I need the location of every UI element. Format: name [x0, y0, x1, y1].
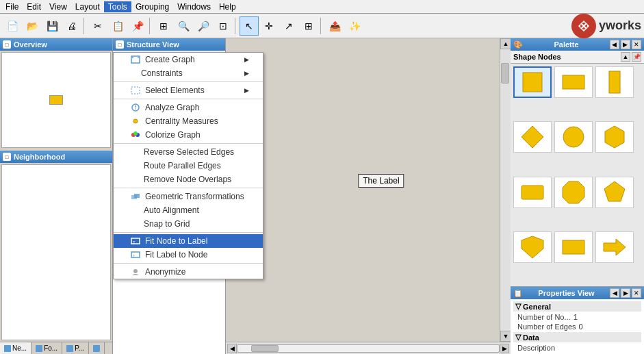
- shape-rect-wide[interactable]: [554, 66, 593, 98]
- print-button[interactable]: 🖨: [62, 16, 81, 36]
- menu-reverse-edges[interactable]: Reverse Selected Edges: [114, 145, 263, 159]
- zoom-out-button[interactable]: 🔎: [194, 16, 213, 36]
- divider2: [114, 99, 263, 99]
- overview-header: □ Overview: [0, 38, 112, 51]
- tab-fo-label: Fo...: [44, 344, 57, 352]
- shape-square[interactable]: [513, 66, 552, 98]
- analyze-graph-label: Analyze Graph: [145, 103, 199, 112]
- bottom-tabs: Ne... Fo... P...: [0, 342, 112, 354]
- num-edges-value: 0: [579, 323, 583, 331]
- scroll-left[interactable]: ◀: [227, 344, 237, 353]
- select-button[interactable]: ↖: [240, 16, 259, 36]
- menu-auto-alignment[interactable]: Auto Alignment: [114, 203, 263, 217]
- canvas-area[interactable]: The Label: [226, 38, 500, 329]
- menu-help[interactable]: Help: [215, 1, 240, 12]
- shape-collapse[interactable]: ▲: [621, 52, 630, 62]
- vscroll-up[interactable]: ▲: [500, 38, 511, 49]
- menu-select-elements[interactable]: Select Elements ▶: [114, 84, 263, 97]
- section-data[interactable]: ▽ Data: [513, 332, 641, 342]
- properties-panel: 📋 Properties View ◀ ▶ ✕ ▽ General Number…: [511, 286, 644, 354]
- new-button[interactable]: 📄: [3, 16, 22, 36]
- shape-diamond[interactable]: [513, 121, 552, 153]
- menu-file[interactable]: File: [1, 1, 23, 12]
- menu-edit[interactable]: Edit: [23, 1, 45, 12]
- shape-pentagon[interactable]: [595, 177, 634, 208]
- props-prev[interactable]: ◀: [610, 288, 619, 298]
- menu-view[interactable]: View: [45, 1, 71, 12]
- shape-pin[interactable]: 📌: [632, 52, 641, 62]
- svg-text:T: T: [133, 240, 136, 244]
- scroll-right[interactable]: ▶: [500, 344, 509, 353]
- anonymize-label: Anonymize: [145, 267, 185, 277]
- open-button[interactable]: 📂: [23, 16, 42, 36]
- logo: yworks: [571, 14, 641, 38]
- svg-point-37: [133, 269, 138, 273]
- menu-colorize[interactable]: Colorize Graph: [114, 128, 263, 142]
- shape-shield[interactable]: [513, 231, 552, 263]
- zoom-fit-button[interactable]: ⊞: [154, 16, 173, 36]
- section-general[interactable]: ▽ General: [513, 301, 641, 312]
- shape-octagon[interactable]: [554, 177, 593, 208]
- left-panel: □ Overview □ Neighborhood Ne... Fo... P.…: [0, 38, 113, 354]
- shape-banner[interactable]: [554, 231, 593, 263]
- menu-create-graph[interactable]: Create Graph ▶: [114, 53, 263, 66]
- right-panel: 🎨 Palette ◀ ▶ ✕ Shape Nodes ▲ 📌: [511, 38, 644, 354]
- menu-bar: File Edit View Layout Tools Grouping Win…: [0, 0, 644, 14]
- zoom-100-button[interactable]: ⊡: [214, 16, 233, 36]
- menu-remove-overlaps[interactable]: Remove Node Overlaps: [114, 173, 263, 186]
- paste-button[interactable]: 📌: [128, 16, 147, 36]
- menu-snap-grid[interactable]: Snap to Grid: [114, 217, 263, 231]
- vscroll-thumb[interactable]: [501, 63, 509, 84]
- tab-p[interactable]: P...: [62, 342, 89, 354]
- route-parallel-label: Route Parallel Edges: [130, 161, 221, 170]
- svg-marker-13: [605, 126, 624, 148]
- palette-close[interactable]: ✕: [632, 40, 641, 49]
- canvas-container: The Label ▲ ▼ ◀ ▶: [226, 38, 511, 354]
- canvas-node[interactable]: The Label: [358, 174, 404, 188]
- svg-marker-15: [563, 181, 584, 203]
- select-elements-label: Select Elements: [145, 86, 205, 95]
- edge-button[interactable]: ↗: [279, 16, 298, 36]
- tab-extra[interactable]: [89, 342, 105, 354]
- magic-button[interactable]: ✨: [345, 16, 364, 36]
- grid-button[interactable]: ⊞: [299, 16, 318, 36]
- description-label: Description: [517, 344, 555, 352]
- menu-windows[interactable]: Windows: [173, 1, 215, 12]
- shape-circle[interactable]: [554, 121, 593, 153]
- palette-prev[interactable]: ◀: [610, 40, 619, 49]
- colorize-icon: [130, 130, 141, 140]
- menu-layout[interactable]: Layout: [71, 1, 104, 12]
- props-next[interactable]: ▶: [621, 288, 630, 298]
- create-graph-icon: [130, 55, 141, 64]
- tools-dropdown[interactable]: Create Graph ▶ Constraints ▶ Select Elem…: [113, 52, 263, 279]
- cut-button[interactable]: ✂: [88, 16, 107, 36]
- shape-hexagon[interactable]: [595, 121, 634, 153]
- shape-arrow[interactable]: [595, 231, 634, 263]
- props-close[interactable]: ✕: [632, 288, 641, 298]
- hscroll-thumb[interactable]: [251, 345, 279, 352]
- palette-next[interactable]: ▶: [621, 40, 630, 49]
- overview-area: [1, 52, 111, 148]
- menu-analyze-graph[interactable]: Analyze Graph: [114, 101, 263, 114]
- shape-rect-wide2[interactable]: [513, 177, 552, 208]
- menu-route-parallel[interactable]: Route Parallel Edges: [114, 159, 263, 173]
- menu-centrality[interactable]: Centrality Measures: [114, 114, 263, 128]
- copy-button[interactable]: 📋: [108, 16, 127, 36]
- zoom-in-button[interactable]: 🔍: [174, 16, 193, 36]
- menu-grouping[interactable]: Grouping: [131, 1, 173, 12]
- shape-rect-tall[interactable]: [595, 66, 634, 98]
- move-button[interactable]: ✛: [259, 16, 279, 36]
- save-button[interactable]: 💾: [42, 16, 62, 36]
- tab-ne[interactable]: Ne...: [0, 342, 31, 354]
- menu-geometric[interactable]: Geometric Transformations: [114, 190, 263, 203]
- tab-fo[interactable]: Fo...: [31, 342, 62, 354]
- svg-rect-8: [523, 73, 542, 92]
- svg-point-21: [132, 57, 133, 58]
- menu-constraints[interactable]: Constraints ▶: [114, 66, 263, 80]
- vscroll-down[interactable]: ▼: [500, 331, 511, 342]
- menu-tools[interactable]: Tools: [104, 1, 131, 12]
- menu-fit-node[interactable]: T Fit Node to Label: [114, 234, 263, 248]
- export-button[interactable]: 📤: [325, 16, 344, 36]
- menu-fit-label[interactable]: T Fit Label to Node: [114, 248, 263, 262]
- menu-anonymize[interactable]: Anonymize: [114, 265, 263, 279]
